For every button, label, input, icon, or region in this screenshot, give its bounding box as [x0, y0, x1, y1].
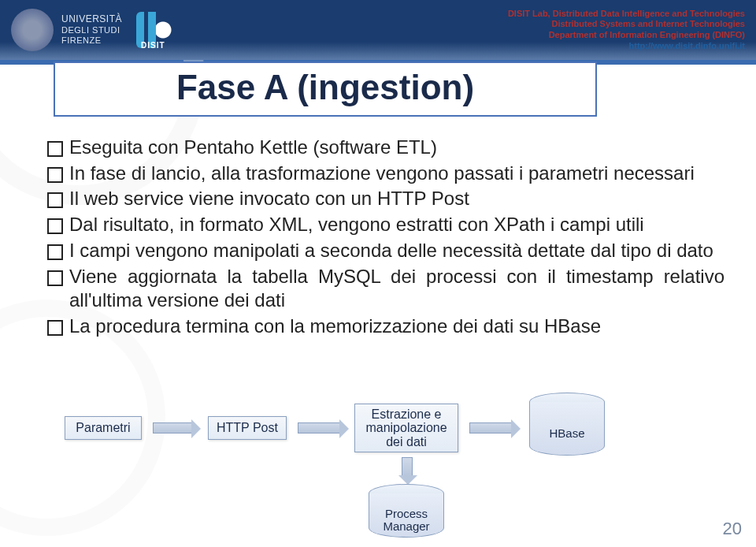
university-seal-icon [11, 9, 54, 51]
cylinder-body: HBase [529, 402, 605, 456]
lab-url: http://www.disit.dinfo.unifi.it [508, 41, 745, 52]
list-item: Il web service viene invocato con un HTT… [47, 187, 724, 211]
university-name: UNIVERSITÀ DEGLI STUDI FIRENZE [61, 14, 122, 45]
diagram-box-extraction: Estrazione e manipolazione dei dati [354, 404, 458, 452]
list-item: In fase di lancio, alla trasformazione v… [47, 162, 724, 186]
diagram-box-parametri: Parametri [65, 416, 142, 440]
uni-line-1: UNIVERSITÀ [61, 14, 122, 25]
header-affiliation: DISIT Lab, Distributed Data Intelligence… [508, 9, 745, 52]
lab-subtitle: Distributed Systems and Internet Technol… [508, 19, 745, 30]
disit-logo-icon [136, 12, 190, 48]
arrow-icon [469, 422, 512, 434]
diagram-cylinder-hbase: HBase [529, 393, 605, 456]
arrow-icon [153, 422, 192, 434]
slide-title: Fase A (ingestion) [63, 68, 587, 107]
cylinder-label-line: Process [385, 508, 428, 520]
cylinder-label: HBase [549, 426, 584, 440]
diagram-box-line: Estrazione e [372, 407, 442, 422]
arrow-down-icon [402, 457, 413, 476]
uni-line-3: FIRENZE [61, 35, 122, 46]
header-bar: UNIVERSITÀ DEGLI STUDI FIRENZE DISIT Lab… [0, 0, 756, 60]
list-item: La procedura termina con la memorizzazio… [47, 314, 724, 339]
diagram-cylinder-process-manager: Process Manager [369, 484, 444, 538]
arrow-icon [298, 422, 340, 434]
cylinder-label-line: Manager [383, 520, 429, 533]
slide-title-box: Fase A (ingestion) [54, 61, 597, 117]
diagram-box-line: dei dati [386, 435, 427, 449]
diagram-box-line: manipolazione [365, 421, 447, 435]
cylinder-body: Process Manager [369, 493, 444, 538]
list-item: Viene aggiornata la tabella MySQL dei pr… [47, 265, 724, 313]
lab-name: DISIT Lab, Distributed Data Intelligence… [508, 9, 745, 20]
list-item: Eseguita con Pentaho Kettle (software ET… [47, 136, 724, 160]
page-number: 20 [723, 519, 742, 539]
flow-diagram: Parametri HTTP Post Estrazione e manipol… [65, 404, 710, 538]
department-name: Department of Information Engineering (D… [508, 30, 745, 41]
list-item: Dal risultato, in formato XML, vengono e… [47, 213, 724, 237]
uni-line-2: DEGLI STUDI [61, 25, 122, 35]
bullet-list: Eseguita con Pentaho Kettle (software ET… [47, 136, 724, 339]
diagram-box-httppost: HTTP Post [208, 416, 287, 440]
list-item: I campi vengono manipolati a seconda del… [47, 239, 724, 263]
